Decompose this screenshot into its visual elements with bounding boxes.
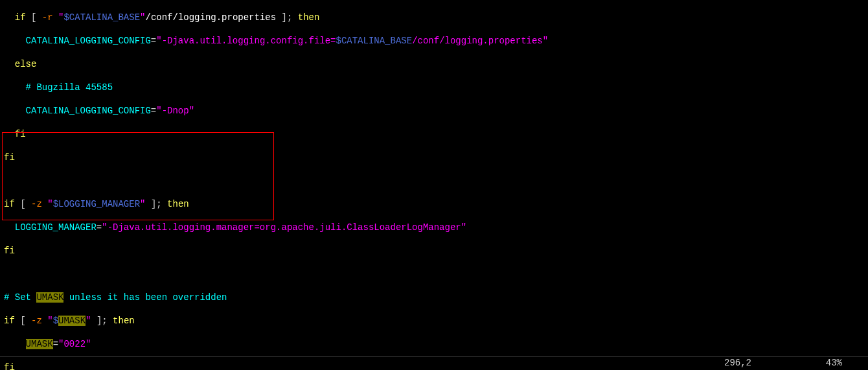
code-line — [4, 175, 868, 187]
keyword: fi — [4, 246, 15, 256]
code-line: CATALINA_LOGGING_CONFIG="-Dnop" — [4, 105, 868, 117]
search-match: UMASK — [26, 339, 53, 349]
code-line: fi — [4, 245, 868, 257]
keyword: then — [167, 199, 189, 209]
code-line: # Bugzilla 45585 — [4, 82, 868, 93]
quote: " — [42, 199, 53, 209]
keyword: fi — [4, 129, 26, 139]
text: [ — [15, 199, 31, 209]
comment: # Bugzilla 45585 — [4, 82, 113, 93]
indent — [4, 339, 26, 349]
code-line: # Set UMASK unless it has been overridde… — [4, 292, 868, 303]
search-match: UMASK — [58, 316, 86, 326]
keyword: else — [4, 59, 36, 69]
variable: $CATALINA_BASE — [336, 36, 413, 46]
code-line: fi — [4, 128, 868, 140]
flag: -z — [31, 316, 42, 326]
identifier: CATALINA_LOGGING_CONFIG — [4, 36, 151, 46]
text: ]; — [145, 199, 167, 209]
code-line: UMASK="0022" — [4, 338, 868, 350]
code-viewport[interactable]: if [ -r "$CATALINA_BASE"/conf/logging.pr… — [4, 0, 868, 370]
quote: " — [53, 12, 64, 23]
keyword: if — [4, 316, 15, 326]
string: "0022" — [58, 339, 91, 349]
code-line — [4, 268, 868, 280]
op: = — [151, 106, 156, 116]
code-line: CATALINA_LOGGING_CONFIG="-Djava.util.log… — [4, 35, 868, 47]
string: "-Dnop" — [156, 106, 194, 116]
quote: " — [42, 316, 53, 326]
variable: $LOGGING_MANAGER — [53, 199, 140, 209]
keyword: then — [113, 316, 135, 326]
cursor-position: 296,2 — [724, 357, 751, 369]
keyword: fi — [4, 152, 15, 163]
keyword: if — [4, 199, 15, 209]
comment: # Set — [4, 292, 36, 303]
vim-statusbar: 296,2 43% — [0, 356, 868, 370]
variable: $ — [53, 316, 58, 326]
scroll-percent: 43% — [826, 357, 842, 369]
code-line: if [ -z "$LOGGING_MANAGER" ]; then — [4, 198, 868, 210]
flag: -r — [42, 12, 53, 23]
text: [ — [26, 12, 42, 23]
identifier: LOGGING_MANAGER — [4, 222, 97, 233]
text: ]; — [91, 316, 113, 326]
code-line: if [ -r "$CATALINA_BASE"/conf/logging.pr… — [4, 12, 868, 23]
code-line: if [ -z "$UMASK" ]; then — [4, 315, 868, 327]
op: = — [151, 36, 156, 46]
string: "-Djava.util.logging.manager=org.apache.… — [102, 222, 466, 233]
keyword: then — [298, 12, 320, 23]
op: = — [53, 339, 58, 349]
path: /conf/logging.properties — [145, 12, 276, 23]
op: = — [97, 222, 102, 233]
code-line: fi — [4, 152, 868, 163]
search-match: UMASK — [36, 292, 63, 303]
comment: unless it has been overridden — [63, 292, 227, 303]
variable: $CATALINA_BASE — [63, 12, 140, 23]
string: "-Djava.util.logging.config.file= — [156, 36, 336, 46]
identifier: CATALINA_LOGGING_CONFIG — [4, 106, 151, 116]
code-line: LOGGING_MANAGER="-Djava.util.logging.man… — [4, 222, 868, 233]
text: ]; — [276, 12, 298, 23]
code-line: else — [4, 58, 868, 70]
text: [ — [15, 316, 31, 326]
string: /conf/logging.properties" — [412, 36, 548, 46]
flag: -z — [31, 199, 42, 209]
keyword: if — [4, 12, 26, 23]
